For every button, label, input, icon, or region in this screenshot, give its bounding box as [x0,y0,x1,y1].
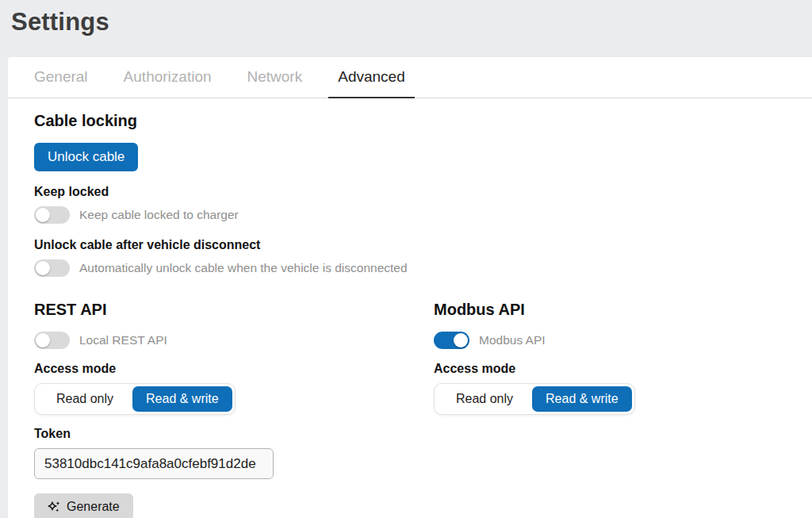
keep-locked-description: Keep cable locked to charger [79,208,239,222]
modbus-access-read-only[interactable]: Read only [437,386,532,412]
page-title: Settings [11,8,812,36]
local-rest-api-toggle[interactable] [34,332,70,349]
modbus-access-read-write[interactable]: Read & write [532,386,632,412]
rest-access-read-write[interactable]: Read & write [132,386,232,412]
modbus-api-toggle-label: Modbus API [479,333,546,347]
modbus-api-heading: Modbus API [434,301,786,319]
toggle-knob [454,333,468,347]
page-header: Settings [0,0,812,57]
keep-locked-label: Keep locked [34,185,786,199]
keep-locked-toggle[interactable] [34,206,70,224]
unlock-after-disconnect-group: Unlock cable after vehicle disconnect Au… [34,238,786,277]
toggle-knob [36,208,50,222]
rest-api-section: REST API Local REST API Access mode Read… [34,301,434,518]
generate-token-button[interactable]: Generate [34,493,133,518]
toggle-knob [36,261,50,275]
token-label: Token [34,427,434,441]
unlock-after-disconnect-label: Unlock cable after vehicle disconnect [34,238,786,252]
tab-network[interactable]: Network [238,57,312,98]
tab-authorization[interactable]: Authorization [114,57,221,98]
cable-locking-heading: Cable locking [34,112,786,130]
rest-access-mode-label: Access mode [34,362,434,376]
local-rest-api-toggle-label: Local REST API [79,333,167,347]
api-sections-row: REST API Local REST API Access mode Read… [34,301,786,518]
generate-button-label: Generate [67,500,120,514]
unlock-after-disconnect-toggle[interactable] [34,259,70,277]
sparkles-icon [48,501,61,514]
tab-general[interactable]: General [25,57,98,98]
token-input[interactable] [34,448,274,479]
unlock-cable-button[interactable]: Unlock cable [34,143,138,171]
token-group: Token [34,427,434,479]
toggle-knob [36,333,50,347]
rest-access-read-only[interactable]: Read only [37,386,132,412]
rest-access-mode-control: Read only Read & write [34,383,236,415]
modbus-api-section: Modbus API Modbus API Access mode Read o… [434,301,786,518]
unlock-after-disconnect-description: Automatically unlock cable when the vehi… [79,261,408,275]
tab-advanced[interactable]: Advanced [328,57,415,98]
settings-tabbar: General Authorization Network Advanced [8,57,812,98]
modbus-access-mode-control: Read only Read & write [434,383,635,415]
rest-api-heading: REST API [34,301,434,319]
modbus-access-mode-label: Access mode [434,362,786,376]
keep-locked-group: Keep locked Keep cable locked to charger [34,185,786,224]
advanced-tab-content: Cable locking Unlock cable Keep locked K… [8,98,812,518]
settings-card: General Authorization Network Advanced C… [8,57,812,518]
modbus-api-toggle[interactable] [434,332,469,349]
